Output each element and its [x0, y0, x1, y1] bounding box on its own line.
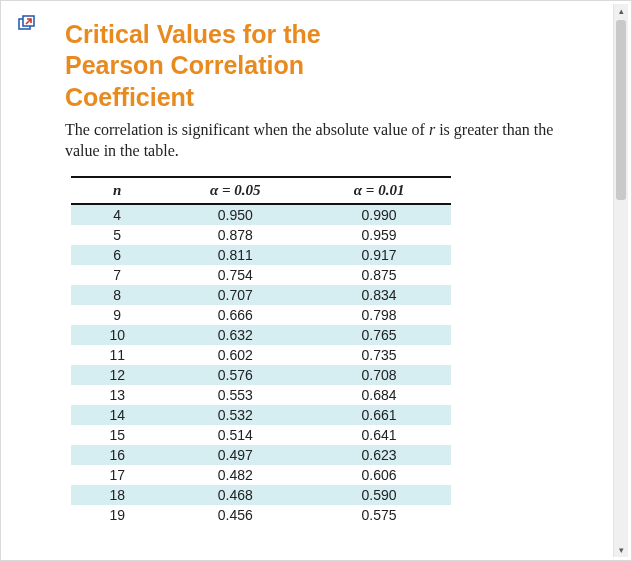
cell-alpha-05: 0.514 [163, 425, 307, 445]
table-row: 140.5320.661 [71, 405, 451, 425]
table-row: 100.6320.765 [71, 325, 451, 345]
cell-alpha-01: 0.623 [307, 445, 451, 465]
page-title: Critical Values for the Pearson Correlat… [65, 19, 425, 113]
cell-alpha-01: 0.575 [307, 505, 451, 525]
cell-alpha-01: 0.684 [307, 385, 451, 405]
cell-alpha-01: 0.798 [307, 305, 451, 325]
cell-alpha-05: 0.576 [163, 365, 307, 385]
cell-alpha-05: 0.482 [163, 465, 307, 485]
cell-alpha-01: 0.875 [307, 265, 451, 285]
scroll-down-button[interactable]: ▾ [614, 543, 628, 557]
cell-n: 19 [71, 505, 163, 525]
cell-n: 12 [71, 365, 163, 385]
table-row: 90.6660.798 [71, 305, 451, 325]
cell-n: 5 [71, 225, 163, 245]
table-row: 170.4820.606 [71, 465, 451, 485]
cell-n: 16 [71, 445, 163, 465]
critical-values-table: n α = 0.05 α = 0.01 40.9500.99050.8780.9… [71, 176, 451, 525]
cell-alpha-05: 0.632 [163, 325, 307, 345]
cell-alpha-05: 0.553 [163, 385, 307, 405]
cell-alpha-01: 0.735 [307, 345, 451, 365]
table-row: 110.6020.735 [71, 345, 451, 365]
intro-paragraph: The correlation is significant when the … [65, 119, 565, 162]
table-row: 50.8780.959 [71, 225, 451, 245]
cell-alpha-01: 0.590 [307, 485, 451, 505]
table-header-row: n α = 0.05 α = 0.01 [71, 177, 451, 204]
cell-n: 15 [71, 425, 163, 445]
cell-alpha-05: 0.811 [163, 245, 307, 265]
table-row: 160.4970.623 [71, 445, 451, 465]
col-header-n: n [71, 177, 163, 204]
table-row: 120.5760.708 [71, 365, 451, 385]
cell-alpha-05: 0.878 [163, 225, 307, 245]
cell-n: 14 [71, 405, 163, 425]
scroll-thumb[interactable] [616, 20, 626, 200]
col-header-alpha-05: α = 0.05 [163, 177, 307, 204]
cell-alpha-05: 0.468 [163, 485, 307, 505]
cell-n: 13 [71, 385, 163, 405]
table-body: 40.9500.99050.8780.95960.8110.91770.7540… [71, 204, 451, 525]
cell-alpha-05: 0.707 [163, 285, 307, 305]
cell-alpha-01: 0.959 [307, 225, 451, 245]
content-scroll-area[interactable]: Critical Values for the Pearson Correlat… [5, 5, 613, 556]
col-header-alpha-01: α = 0.01 [307, 177, 451, 204]
table-row: 80.7070.834 [71, 285, 451, 305]
cell-alpha-05: 0.456 [163, 505, 307, 525]
cell-alpha-05: 0.602 [163, 345, 307, 365]
document-viewport: Critical Values for the Pearson Correlat… [0, 0, 632, 561]
cell-alpha-05: 0.497 [163, 445, 307, 465]
cell-n: 6 [71, 245, 163, 265]
cell-n: 4 [71, 204, 163, 225]
table-row: 150.5140.641 [71, 425, 451, 445]
cell-n: 8 [71, 285, 163, 305]
cell-alpha-05: 0.754 [163, 265, 307, 285]
cell-alpha-01: 0.641 [307, 425, 451, 445]
table-row: 190.4560.575 [71, 505, 451, 525]
cell-n: 17 [71, 465, 163, 485]
cell-alpha-05: 0.950 [163, 204, 307, 225]
cell-n: 11 [71, 345, 163, 365]
cell-n: 9 [71, 305, 163, 325]
table-row: 70.7540.875 [71, 265, 451, 285]
cell-alpha-01: 0.917 [307, 245, 451, 265]
table-row: 130.5530.684 [71, 385, 451, 405]
intro-text-prefix: The correlation is significant when the … [65, 121, 429, 138]
cell-alpha-01: 0.834 [307, 285, 451, 305]
table-row: 60.8110.917 [71, 245, 451, 265]
cell-alpha-01: 0.708 [307, 365, 451, 385]
table-row: 40.9500.990 [71, 204, 451, 225]
cell-alpha-01: 0.765 [307, 325, 451, 345]
table-row: 180.4680.590 [71, 485, 451, 505]
cell-alpha-01: 0.990 [307, 204, 451, 225]
cell-n: 10 [71, 325, 163, 345]
cell-alpha-01: 0.661 [307, 405, 451, 425]
cell-alpha-05: 0.532 [163, 405, 307, 425]
cell-n: 7 [71, 265, 163, 285]
cell-n: 18 [71, 485, 163, 505]
cell-alpha-01: 0.606 [307, 465, 451, 485]
scroll-up-button[interactable]: ▴ [614, 4, 628, 18]
cell-alpha-05: 0.666 [163, 305, 307, 325]
vertical-scrollbar[interactable]: ▴ ▾ [613, 4, 628, 557]
